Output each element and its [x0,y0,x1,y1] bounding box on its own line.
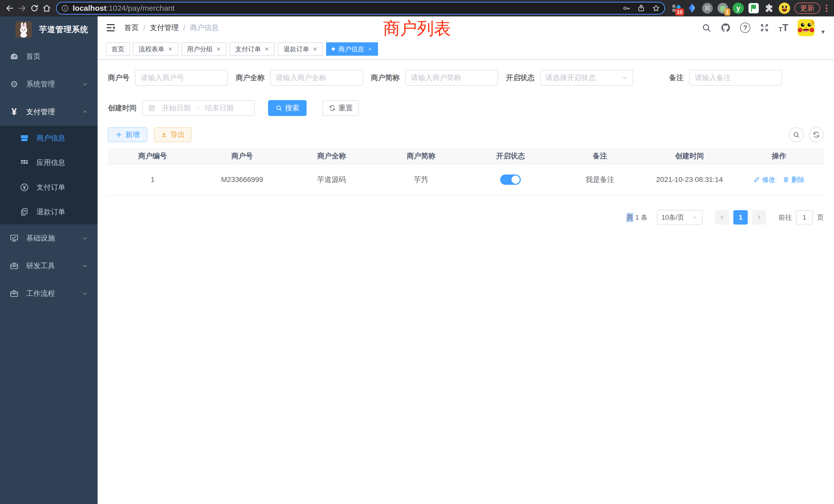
browser-toolbar: localhost:1024/pay/merchant 10 [0,0,834,17]
tab-refund-order[interactable]: 退款订单 [278,42,323,56]
edit-link[interactable]: 修改 [753,175,775,184]
sidebar-extension-icon[interactable]: 10 [671,2,682,14]
back-icon[interactable] [4,2,16,14]
reset-button[interactable]: 重置 [323,100,359,116]
tab-user-group[interactable]: 用户分组 [181,42,226,56]
emoji-extension-icon[interactable] [778,2,790,14]
status-select[interactable]: 请选择开启状态 [540,70,633,86]
show-search-toggle-button[interactable] [789,127,804,142]
cell-status [466,175,555,185]
refresh-table-button[interactable] [809,127,824,142]
share-icon[interactable] [637,4,645,12]
status-toggle-on[interactable] [500,175,521,185]
sidebar-item-pay-order[interactable]: 支付订单 [0,175,97,200]
sidebar-item-pay[interactable]: ¥ 支付管理 [0,98,97,126]
address-bar[interactable]: localhost:1024/pay/merchant [56,2,665,15]
password-key-icon[interactable] [622,4,630,12]
sidebar-item-merchant-info[interactable]: 商户信息 [0,126,97,151]
page-size-select[interactable]: 10条/页 [657,210,703,225]
short-name-input[interactable] [405,70,498,86]
puzzle-extensions-icon[interactable] [763,2,775,14]
avatar[interactable] [797,19,814,36]
chrome-update-button[interactable]: 更新 [794,3,820,14]
merchant-no-input[interactable] [135,70,228,86]
sidebar-item-app-info[interactable]: 应用信息 [0,151,97,175]
command-extension-icon[interactable]: ⌘ [702,2,713,14]
sidebar-item-workflow[interactable]: 工作流程 [0,280,97,307]
fullscreen-icon[interactable] [760,23,769,32]
remark-input[interactable] [689,70,782,86]
annotation-title: 商户列表 [383,17,451,40]
y-extension-icon[interactable]: y [732,2,744,14]
monitor-icon [9,233,19,243]
full-name-input[interactable] [270,70,363,86]
breadcrumb-home[interactable]: 首页 [124,23,139,32]
page-number-1[interactable]: 1 [733,210,748,225]
sidebar-item-infra[interactable]: 基础设施 [0,224,97,252]
reload-icon[interactable] [28,2,41,14]
tab-pay-order[interactable]: 支付订单 [229,42,275,56]
app-logo-row[interactable]: 芋道管理系统 [0,17,97,43]
filter-status: 开启状态 请选择开启状态 [506,70,633,86]
browser-window: localhost:1024/pay/merchant 10 [0,0,834,504]
site-info-icon[interactable] [61,4,69,12]
breadcrumb-separator: / [143,24,145,32]
close-icon[interactable] [216,47,221,51]
sidebar-item-devtools[interactable]: 研发工具 [0,252,97,280]
extension-badge: 1 [724,8,730,16]
home-icon[interactable] [41,2,53,14]
col-header-create-time: 创建时间 [645,151,734,161]
url-path: :1024/pay/merchant [107,4,175,12]
avatar-dropdown-caret-icon[interactable]: ▼ [820,29,826,36]
goto-page-input[interactable] [796,210,813,225]
refund-doc-icon [20,207,29,216]
chevron-down-icon [82,262,88,269]
sidebar-item-refund-order[interactable]: 退款订单 [0,200,97,224]
table-toolbar: 新增 导出 [108,127,824,142]
browser-menu-icon[interactable] [823,5,830,12]
prev-page-button[interactable] [715,210,729,225]
bookmark-star-icon[interactable] [652,4,660,12]
cell-actions: 修改 删除 [734,175,824,184]
github-icon[interactable] [721,23,731,33]
forward-icon[interactable] [16,2,28,14]
breadcrumb-pay[interactable]: 支付管理 [150,23,179,32]
chevron-down-icon [82,290,88,297]
help-icon[interactable]: ? [740,23,750,33]
close-icon[interactable] [168,47,173,51]
tab-merchant-info[interactable]: 商户信息 [326,42,378,56]
close-icon[interactable] [264,47,269,51]
sidebar-collapse-icon[interactable] [106,23,115,32]
export-button[interactable]: 导出 [154,127,192,142]
profile-extension-icon[interactable]: 1 [717,2,729,14]
tab-label: 退款订单 [284,45,309,53]
filter-label: 商户简称 [371,73,399,83]
breadcrumb-current: 商户信息 [190,23,219,32]
close-icon[interactable] [313,47,317,51]
next-page-button[interactable] [752,210,766,225]
sidebar-item-label: 支付订单 [37,182,65,192]
yen-icon: ¥ [9,107,19,117]
filter-full-name: 商户全称 [236,70,363,86]
close-icon[interactable] [368,47,372,51]
pin-extension-icon[interactable] [686,2,698,14]
end-date-input[interactable] [200,104,239,112]
sidebar-item-home[interactable]: 首页 [0,43,97,70]
add-button[interactable]: 新增 [108,127,147,142]
delete-link[interactable]: 删除 [783,175,805,184]
date-range-separator: - [197,104,199,112]
tab-process-form[interactable]: 流程表单 [133,42,178,56]
tab-home[interactable]: 首页 [106,42,130,56]
flag-extension-icon[interactable] [748,2,760,14]
font-size-icon[interactable]: TT [778,23,788,32]
start-date-input[interactable] [157,104,196,112]
sidebar-item-system[interactable]: ⚙ 系统管理 [0,70,97,98]
filter-label: 商户号 [108,73,129,83]
create-time-range-picker[interactable]: - [142,100,255,116]
search-icon[interactable] [702,23,711,32]
search-button[interactable]: 搜索 [268,100,307,116]
pagination-total: 共 1 条 [627,213,648,222]
col-header-actions: 操作 [734,151,824,161]
chevron-down-icon [82,235,88,242]
merchant-page: 商户号 商户全称 商户简称 开启状态 请选择开启状态 [97,60,834,235]
